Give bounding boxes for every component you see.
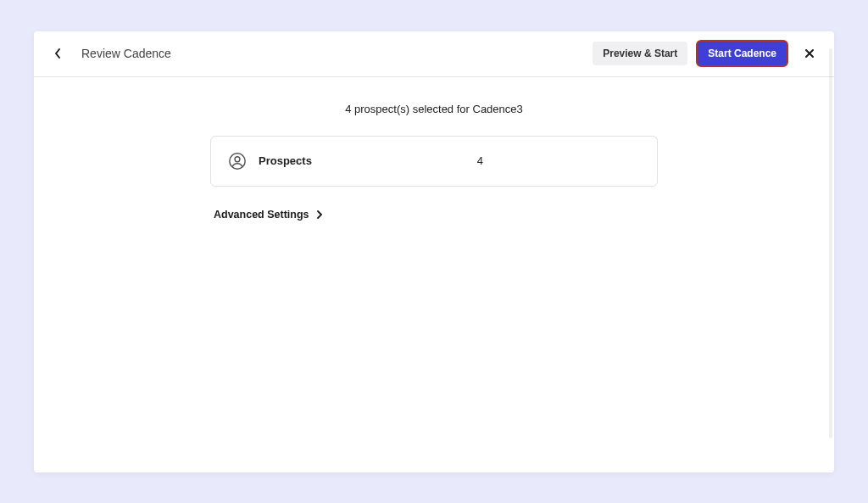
cadence-name: Cadence3 <box>473 103 523 115</box>
scrollbar[interactable] <box>829 48 832 439</box>
page-title: Review Cadence <box>81 47 171 60</box>
summary-prefix: 4 prospect(s) selected for <box>345 103 472 115</box>
advanced-settings-toggle[interactable]: Advanced Settings <box>210 207 658 222</box>
modal-body: 4 prospect(s) selected for Cadence3 Pros… <box>34 77 834 472</box>
review-cadence-modal: Review Cadence Preview & Start Start Cad… <box>34 31 834 472</box>
summary-text: 4 prospect(s) selected for Cadence3 <box>345 103 523 115</box>
back-button[interactable] <box>49 45 66 62</box>
prospects-card: Prospects 4 <box>210 136 658 187</box>
advanced-settings-label: Advanced Settings <box>214 209 309 221</box>
close-button[interactable] <box>800 44 819 63</box>
header-left: Review Cadence <box>49 45 171 62</box>
start-cadence-button[interactable]: Start Cadence <box>696 40 788 67</box>
prospects-count: 4 <box>477 154 483 167</box>
person-icon <box>228 152 247 170</box>
chevron-right-icon <box>316 207 323 222</box>
chevron-left-icon <box>53 48 62 59</box>
preview-start-button[interactable]: Preview & Start <box>593 42 687 65</box>
prospects-label: Prospects <box>259 154 312 167</box>
modal-header: Review Cadence Preview & Start Start Cad… <box>34 31 834 77</box>
svg-point-1 <box>235 156 240 161</box>
close-icon <box>804 48 815 59</box>
header-right: Preview & Start Start Cadence <box>593 40 819 67</box>
